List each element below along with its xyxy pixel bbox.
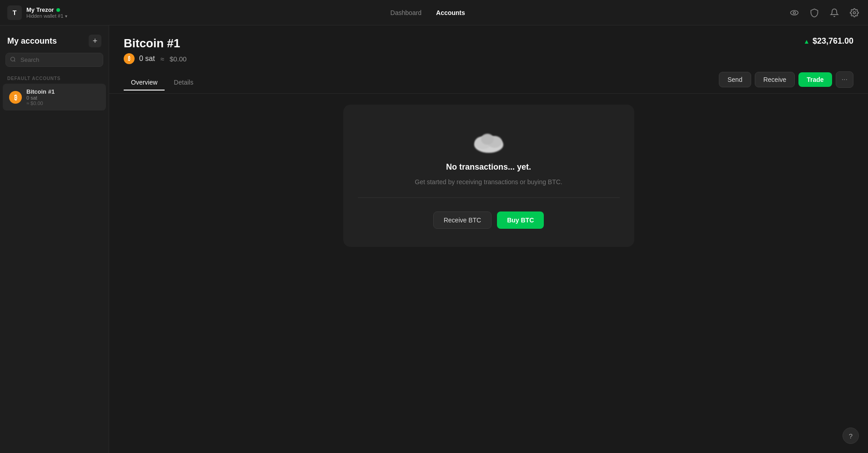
search-wrap-inner [5,53,103,67]
default-accounts-label: DEFAULT ACCOUNTS [0,72,109,84]
sidebar-header: My accounts + [0,25,109,53]
search-input[interactable] [5,53,103,67]
svg-point-2 [853,11,855,14]
empty-state-subtitle: Get started by receiving transactions or… [415,178,562,186]
account-item-bitcoin1[interactable]: ₿ Bitcoin #1 0 sat ≈ $0.00 [3,84,106,111]
account-fiat-value: $0.00 [170,55,187,63]
account-title: Bitcoin #1 [124,36,186,50]
search-wrap [0,53,109,72]
help-button[interactable]: ? [843,428,859,444]
empty-state-card: No transactions... yet. Get started by r… [343,105,634,247]
wallet-selector[interactable]: Hidden wallet #1 ▾ [26,13,67,19]
tab-details[interactable]: Details [166,75,201,91]
portfolio-value: ▲ $23,761.00 [803,36,853,46]
account-fiat: ≈ $0.00 [26,101,55,106]
device-name: My Trezor [26,6,67,13]
trezor-info: My Trezor Hidden wallet #1 ▾ [26,6,67,19]
empty-actions: Receive BTC Buy BTC [433,211,544,229]
svg-point-1 [793,11,795,14]
topnav-center: Dashboard Accounts [391,9,465,16]
divider [358,197,620,198]
account-balance: 0 sat [26,95,55,101]
main-content: Bitcoin #1 ₿ 0 sat ≈ $0.00 ▲ $23,761.00 … [109,25,868,453]
buy-btc-button[interactable]: Buy BTC [497,211,544,229]
account-header: Bitcoin #1 ₿ 0 sat ≈ $0.00 ▲ $23,761.00 [109,25,868,64]
send-button[interactable]: Send [719,72,751,87]
topnav-right [788,6,861,19]
receive-button[interactable]: Receive [755,72,795,87]
chevron-down-icon: ▾ [65,14,67,19]
tab-overview[interactable]: Overview [124,75,165,91]
account-name: Bitcoin #1 [26,88,55,95]
receive-btc-button[interactable]: Receive BTC [433,211,492,229]
nav-accounts[interactable]: Accounts [436,9,465,16]
portfolio-amount: $23,761.00 [813,36,853,46]
settings-button[interactable] [848,6,861,19]
account-sat: 0 sat [139,55,155,63]
cloud-icon [468,126,509,156]
tabs: Overview Details [124,75,201,90]
svg-point-0 [791,10,798,15]
bell-button[interactable] [828,6,841,19]
empty-state-title: No transactions... yet. [446,162,531,172]
sidebar-title: My accounts [7,36,57,46]
btc-icon: ₿ [9,91,22,104]
sidebar: My accounts + DEFAULT ACCOUNTS ₿ Bitcoin… [0,25,109,453]
account-balance-row: ₿ 0 sat ≈ $0.00 [124,53,186,64]
topnav: T My Trezor Hidden wallet #1 ▾ Dashboard… [0,0,868,25]
svg-line-4 [14,60,15,61]
account-btc-icon: ₿ [124,53,135,64]
svg-point-3 [11,57,15,61]
layout: My accounts + DEFAULT ACCOUNTS ₿ Bitcoin… [0,25,868,453]
content-area: No transactions... yet. Get started by r… [109,94,868,453]
more-button[interactable]: ··· [836,71,853,88]
account-title-wrap: Bitcoin #1 ₿ 0 sat ≈ $0.00 [124,36,186,64]
shield-button[interactable] [808,6,821,19]
trezor-logo: T [7,5,22,20]
account-info: Bitcoin #1 0 sat ≈ $0.00 [26,88,55,106]
online-indicator [56,8,60,12]
up-arrow-icon: ▲ [803,38,810,45]
nav-dashboard[interactable]: Dashboard [391,9,422,16]
eye-button[interactable] [788,6,801,19]
svg-point-8 [481,134,494,145]
tabs-actions: Overview Details Send Receive Trade ··· [109,64,868,94]
search-icon [10,56,16,64]
topnav-left: T My Trezor Hidden wallet #1 ▾ [7,5,67,20]
add-account-button[interactable]: + [89,35,101,47]
approx-sign: ≈ [161,55,164,63]
trade-button[interactable]: Trade [798,72,832,87]
action-buttons: Send Receive Trade ··· [719,71,853,93]
